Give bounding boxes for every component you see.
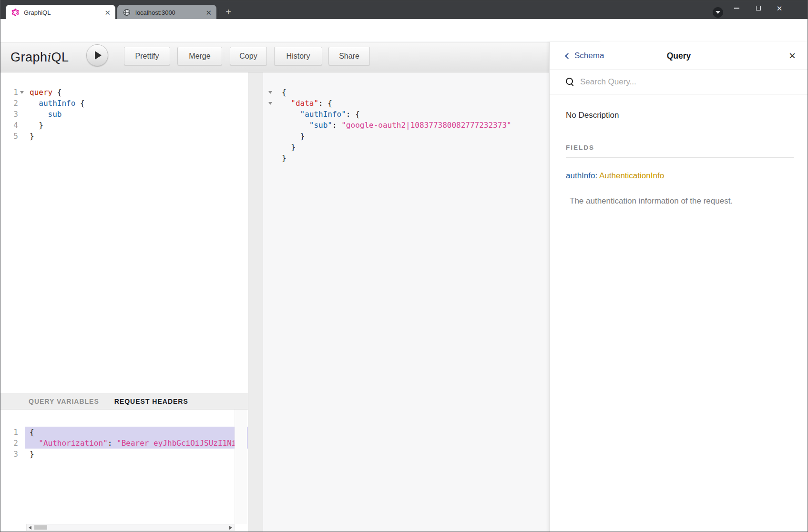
globe-icon xyxy=(123,9,131,16)
graphql-logo-icon xyxy=(11,9,19,16)
request-headers-editor[interactable]: 1{2 "Authorization": "Bearer eyJhbGciOiJ… xyxy=(0,409,248,532)
doc-explorer-header: Schema Query × xyxy=(550,42,808,70)
window-close-button[interactable]: ✕ xyxy=(771,1,788,15)
execute-query-button[interactable] xyxy=(86,44,108,66)
chevron-left-icon xyxy=(565,53,571,59)
doc-search-input[interactable] xyxy=(580,77,762,87)
tab-request-headers[interactable]: REQUEST HEADERS xyxy=(114,398,188,405)
graphiql-toolbar: GraphiQL PrettifyMergeCopyHistoryShare xyxy=(0,42,549,72)
code-line: 1query { xyxy=(0,87,248,98)
doc-back-link[interactable]: Schema xyxy=(566,51,604,61)
result-pane: { "data": { "authInfo": { "sub": "google… xyxy=(263,72,549,532)
fold-arrow-icon[interactable] xyxy=(268,102,272,105)
new-tab-button[interactable]: + xyxy=(222,6,235,19)
vertical-scrollbar[interactable] xyxy=(235,409,247,524)
toolbar-button-share[interactable]: Share xyxy=(328,47,370,65)
fold-arrow-icon[interactable] xyxy=(268,91,272,94)
code-line: 5} xyxy=(0,131,248,142)
scroll-right-icon[interactable] xyxy=(229,526,232,530)
window-maximize-button[interactable] xyxy=(750,1,767,15)
doc-field-row: authInfo: AuthenticationInfo xyxy=(566,171,794,181)
tab-query-variables[interactable]: QUERY VARIABLES xyxy=(29,398,99,405)
horizontal-scrollbar[interactable] xyxy=(26,524,235,531)
doc-fields-label: FIELDS xyxy=(566,144,794,151)
search-icon xyxy=(566,78,574,86)
query-editor[interactable]: 1query {2 authInfo {3 sub4 }5} xyxy=(0,72,248,393)
tab-separator xyxy=(219,9,219,16)
code-line: 1{ xyxy=(0,427,248,438)
code-line: } xyxy=(263,131,549,142)
code-line: "sub": "google-oauth2|108377380082777232… xyxy=(263,120,549,131)
field-name-link[interactable]: authInfo xyxy=(566,171,595,180)
doc-close-icon[interactable]: × xyxy=(789,50,796,61)
fold-arrow-icon[interactable] xyxy=(20,91,24,94)
tab-close-icon[interactable]: ✕ xyxy=(205,9,212,16)
toolbar-button-copy[interactable]: Copy xyxy=(230,47,267,65)
tab-title: localhost:3000 xyxy=(135,9,205,16)
toolbar-button-prettify[interactable]: Prettify xyxy=(124,47,170,65)
graphiql-logo: GraphiQL xyxy=(10,50,69,65)
divider xyxy=(566,157,794,158)
tab-localhost[interactable]: localhost:3000 ✕ xyxy=(117,5,216,20)
code-line: "authInfo": { xyxy=(263,109,549,120)
code-line: 2 authInfo { xyxy=(0,98,248,109)
tab-close-icon[interactable]: ✕ xyxy=(104,9,111,16)
code-line: "data": { xyxy=(263,98,549,109)
tab-graphiql[interactable]: GraphiQL ✕ xyxy=(6,5,115,20)
doc-body: No Description FIELDS authInfo: Authenti… xyxy=(550,94,808,206)
field-description: The authentication information of the re… xyxy=(570,196,794,206)
scroll-left-icon[interactable] xyxy=(29,526,31,530)
code-line: { xyxy=(263,87,549,98)
doc-search-row xyxy=(550,70,808,94)
code-line: 3 sub xyxy=(0,109,248,120)
doc-explorer-panel: Schema Query × No Description FIELDS aut… xyxy=(549,42,808,532)
code-line: } xyxy=(263,153,549,164)
result-viewer[interactable]: { "data": { "authInfo": { "sub": "google… xyxy=(263,72,549,532)
scrollbar-thumb[interactable] xyxy=(34,525,47,530)
window-minimize-button[interactable] xyxy=(728,1,745,15)
code-line: } xyxy=(263,142,549,153)
code-line: 3} xyxy=(0,449,248,460)
code-line: 2 "Authorization": "Bearer eyJhbGciOiJSU… xyxy=(0,438,248,449)
query-editor-pane: 1query {2 authInfo {3 sub4 }5} QUERY VAR… xyxy=(0,72,248,532)
toolbar-button-history[interactable]: History xyxy=(274,47,322,65)
doc-no-description: No Description xyxy=(566,111,794,120)
browser-tab-strip: GraphiQL ✕ localhost:3000 ✕ + ✕ xyxy=(0,0,808,19)
browser-address-bar: ← → localhost:3000 UO P xyxy=(0,19,808,42)
type-name-link[interactable]: AuthenticationInfo xyxy=(599,171,664,180)
tab-title: GraphiQL xyxy=(24,9,104,16)
play-icon xyxy=(95,51,102,60)
chevron-down-icon xyxy=(716,11,720,14)
toolbar-button-merge[interactable]: Merge xyxy=(177,47,222,65)
secondary-editor-tabs: QUERY VARIABLES REQUEST HEADERS xyxy=(0,393,248,409)
tab-search-button[interactable] xyxy=(713,7,723,18)
code-line: 4 } xyxy=(0,120,248,131)
pane-resize-divider[interactable] xyxy=(248,72,263,532)
